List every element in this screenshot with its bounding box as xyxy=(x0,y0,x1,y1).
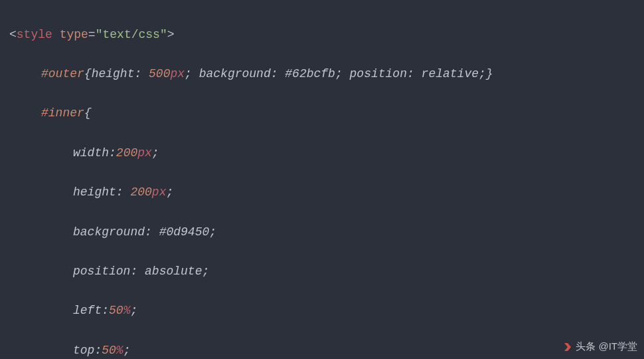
code-line: top:50%; xyxy=(9,341,635,359)
watermark-text: 头条 @IT学堂 xyxy=(576,338,637,355)
code-line: position: absolute; xyxy=(9,262,635,282)
code-line: #inner{ xyxy=(9,104,635,124)
watermark-icon xyxy=(562,342,573,352)
watermark: 头条 @IT学堂 xyxy=(562,338,637,355)
code-line: <style type="text/css"> xyxy=(9,25,635,45)
code-line: #outer{height: 500px; background: #62bcf… xyxy=(9,64,635,84)
code-line: background: #0d9450; xyxy=(9,223,635,243)
code-line: left:50%; xyxy=(9,301,635,321)
code-line: height: 200px; xyxy=(9,183,635,203)
code-block: <style type="text/css"> #outer{height: 5… xyxy=(0,0,644,359)
code-line: width:200px; xyxy=(9,144,635,164)
